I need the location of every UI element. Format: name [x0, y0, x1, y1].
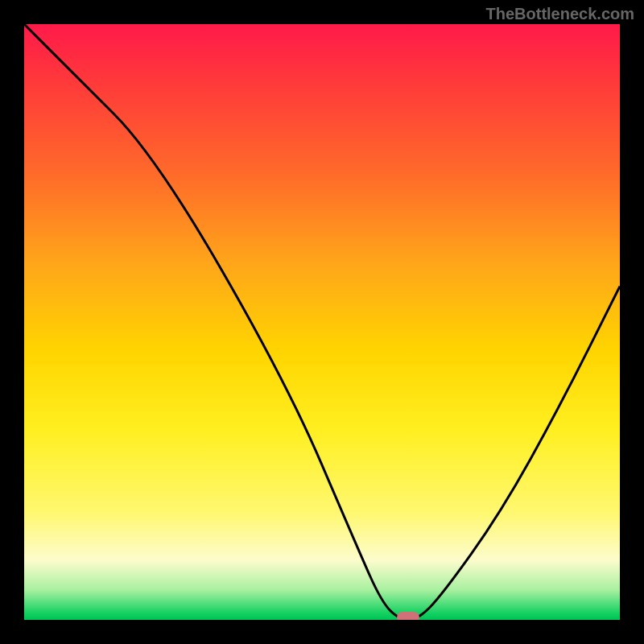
bottleneck-curve [24, 24, 620, 620]
watermark-text: TheBottleneck.com [486, 5, 634, 23]
curve-path [24, 24, 620, 620]
optimal-marker [397, 612, 419, 620]
plot-area [24, 24, 620, 620]
